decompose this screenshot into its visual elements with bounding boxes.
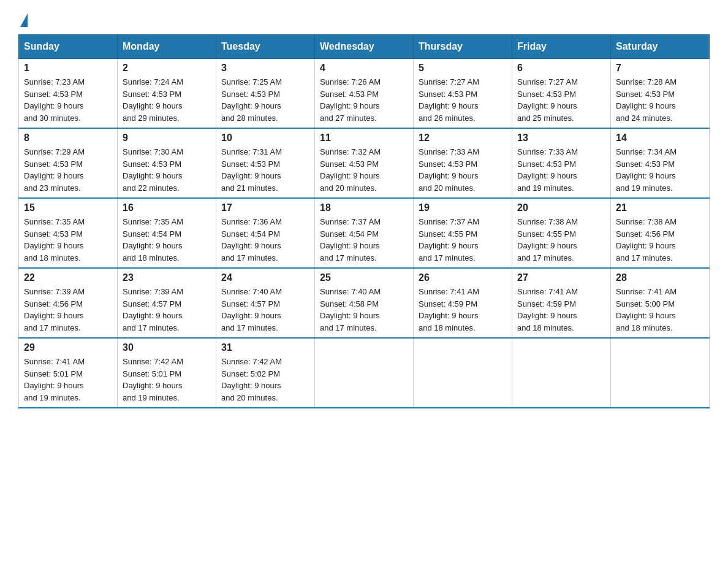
day-info: Sunrise: 7:31 AMSunset: 4:53 PMDaylight:… (221, 146, 309, 194)
day-number: 23 (123, 272, 211, 283)
day-info: Sunrise: 7:33 AMSunset: 4:53 PMDaylight:… (419, 146, 507, 194)
table-row: 4 Sunrise: 7:26 AMSunset: 4:53 PMDayligh… (315, 59, 414, 129)
day-number: 2 (123, 63, 211, 74)
day-number: 17 (221, 202, 309, 213)
table-row: 15 Sunrise: 7:35 AMSunset: 4:53 PMDaylig… (19, 198, 118, 268)
day-info: Sunrise: 7:37 AMSunset: 4:55 PMDaylight:… (419, 216, 507, 264)
day-info: Sunrise: 7:38 AMSunset: 4:55 PMDaylight:… (517, 216, 605, 264)
table-row: 24 Sunrise: 7:40 AMSunset: 4:57 PMDaylig… (216, 268, 315, 338)
header-saturday: Saturday (611, 35, 710, 59)
day-info: Sunrise: 7:25 AMSunset: 4:53 PMDaylight:… (221, 76, 309, 124)
table-row: 6 Sunrise: 7:27 AMSunset: 4:53 PMDayligh… (512, 59, 611, 129)
day-number: 14 (616, 132, 704, 144)
day-info: Sunrise: 7:27 AMSunset: 4:53 PMDaylight:… (517, 76, 605, 124)
day-info: Sunrise: 7:37 AMSunset: 4:54 PMDaylight:… (320, 216, 408, 264)
table-row: 10 Sunrise: 7:31 AMSunset: 4:53 PMDaylig… (216, 128, 315, 198)
logo (18, 12, 29, 25)
day-info: Sunrise: 7:32 AMSunset: 4:53 PMDaylight:… (320, 146, 408, 194)
day-info: Sunrise: 7:35 AMSunset: 4:53 PMDaylight:… (24, 216, 112, 264)
table-row: 25 Sunrise: 7:40 AMSunset: 4:58 PMDaylig… (315, 268, 414, 338)
day-info: Sunrise: 7:33 AMSunset: 4:53 PMDaylight:… (517, 146, 605, 194)
day-number: 4 (320, 63, 408, 74)
day-info: Sunrise: 7:34 AMSunset: 4:53 PMDaylight:… (616, 146, 704, 194)
day-number: 21 (616, 202, 704, 213)
day-number: 25 (320, 272, 408, 283)
table-row: 3 Sunrise: 7:25 AMSunset: 4:53 PMDayligh… (216, 59, 315, 129)
day-number: 12 (419, 132, 507, 144)
calendar-week-row: 29 Sunrise: 7:41 AMSunset: 5:01 PMDaylig… (19, 338, 710, 408)
day-info: Sunrise: 7:40 AMSunset: 4:58 PMDaylight:… (320, 286, 408, 334)
calendar-week-row: 1 Sunrise: 7:23 AMSunset: 4:53 PMDayligh… (19, 59, 710, 129)
table-row: 7 Sunrise: 7:28 AMSunset: 4:53 PMDayligh… (611, 59, 710, 129)
table-row: 30 Sunrise: 7:42 AMSunset: 5:01 PMDaylig… (118, 338, 216, 408)
weekday-header-row: Sunday Monday Tuesday Wednesday Thursday… (19, 35, 710, 59)
table-row: 8 Sunrise: 7:29 AMSunset: 4:53 PMDayligh… (19, 128, 118, 198)
table-row: 29 Sunrise: 7:41 AMSunset: 5:01 PMDaylig… (19, 338, 118, 408)
day-number: 1 (24, 63, 112, 74)
day-info: Sunrise: 7:42 AMSunset: 5:01 PMDaylight:… (123, 356, 211, 404)
header-sunday: Sunday (19, 35, 118, 59)
table-row: 13 Sunrise: 7:33 AMSunset: 4:53 PMDaylig… (512, 128, 611, 198)
table-row: 27 Sunrise: 7:41 AMSunset: 4:59 PMDaylig… (512, 268, 611, 338)
day-number: 10 (221, 132, 309, 144)
day-info: Sunrise: 7:23 AMSunset: 4:53 PMDaylight:… (24, 76, 112, 124)
table-row: 19 Sunrise: 7:37 AMSunset: 4:55 PMDaylig… (414, 198, 512, 268)
header-wednesday: Wednesday (315, 35, 414, 59)
day-info: Sunrise: 7:26 AMSunset: 4:53 PMDaylight:… (320, 76, 408, 124)
table-row: 18 Sunrise: 7:37 AMSunset: 4:54 PMDaylig… (315, 198, 414, 268)
calendar-week-row: 15 Sunrise: 7:35 AMSunset: 4:53 PMDaylig… (19, 198, 710, 268)
day-number: 8 (24, 132, 112, 144)
table-row: 23 Sunrise: 7:39 AMSunset: 4:57 PMDaylig… (118, 268, 216, 338)
day-number: 3 (221, 63, 309, 74)
table-row: 14 Sunrise: 7:34 AMSunset: 4:53 PMDaylig… (611, 128, 710, 198)
table-row: 12 Sunrise: 7:33 AMSunset: 4:53 PMDaylig… (414, 128, 512, 198)
day-number: 13 (517, 132, 605, 144)
day-info: Sunrise: 7:24 AMSunset: 4:53 PMDaylight:… (123, 76, 211, 124)
day-number: 20 (517, 202, 605, 213)
day-number: 29 (24, 342, 112, 353)
calendar-table: Sunday Monday Tuesday Wednesday Thursday… (18, 34, 710, 408)
table-row: 31 Sunrise: 7:42 AMSunset: 5:02 PMDaylig… (216, 338, 315, 408)
day-number: 30 (123, 342, 211, 353)
table-row: 2 Sunrise: 7:24 AMSunset: 4:53 PMDayligh… (118, 59, 216, 129)
day-info: Sunrise: 7:35 AMSunset: 4:54 PMDaylight:… (123, 216, 211, 264)
day-info: Sunrise: 7:27 AMSunset: 4:53 PMDaylight:… (419, 76, 507, 124)
day-number: 28 (616, 272, 704, 283)
day-info: Sunrise: 7:41 AMSunset: 4:59 PMDaylight:… (517, 286, 605, 334)
table-row (611, 338, 710, 408)
day-info: Sunrise: 7:28 AMSunset: 4:53 PMDaylight:… (616, 76, 704, 124)
day-number: 16 (123, 202, 211, 213)
day-number: 15 (24, 202, 112, 213)
day-number: 18 (320, 202, 408, 213)
day-info: Sunrise: 7:42 AMSunset: 5:02 PMDaylight:… (221, 356, 309, 404)
table-row (315, 338, 414, 408)
day-number: 7 (616, 63, 704, 74)
day-number: 31 (221, 342, 309, 353)
day-info: Sunrise: 7:29 AMSunset: 4:53 PMDaylight:… (24, 146, 112, 194)
header-friday: Friday (512, 35, 611, 59)
day-number: 22 (24, 272, 112, 283)
table-row: 1 Sunrise: 7:23 AMSunset: 4:53 PMDayligh… (19, 59, 118, 129)
day-number: 19 (419, 202, 507, 213)
header-tuesday: Tuesday (216, 35, 315, 59)
table-row: 26 Sunrise: 7:41 AMSunset: 4:59 PMDaylig… (414, 268, 512, 338)
table-row: 21 Sunrise: 7:38 AMSunset: 4:56 PMDaylig… (611, 198, 710, 268)
day-number: 9 (123, 132, 211, 144)
table-row: 22 Sunrise: 7:39 AMSunset: 4:56 PMDaylig… (19, 268, 118, 338)
day-info: Sunrise: 7:41 AMSunset: 4:59 PMDaylight:… (419, 286, 507, 334)
calendar-week-row: 8 Sunrise: 7:29 AMSunset: 4:53 PMDayligh… (19, 128, 710, 198)
day-number: 11 (320, 132, 408, 144)
day-info: Sunrise: 7:36 AMSunset: 4:54 PMDaylight:… (221, 216, 309, 264)
logo-triangle-icon (20, 13, 28, 27)
table-row (512, 338, 611, 408)
day-info: Sunrise: 7:30 AMSunset: 4:53 PMDaylight:… (123, 146, 211, 194)
table-row: 9 Sunrise: 7:30 AMSunset: 4:53 PMDayligh… (118, 128, 216, 198)
day-info: Sunrise: 7:41 AMSunset: 5:01 PMDaylight:… (24, 356, 112, 404)
header-monday: Monday (118, 35, 216, 59)
table-row: 11 Sunrise: 7:32 AMSunset: 4:53 PMDaylig… (315, 128, 414, 198)
table-row: 17 Sunrise: 7:36 AMSunset: 4:54 PMDaylig… (216, 198, 315, 268)
table-row (414, 338, 512, 408)
table-row: 28 Sunrise: 7:41 AMSunset: 5:00 PMDaylig… (611, 268, 710, 338)
day-info: Sunrise: 7:39 AMSunset: 4:56 PMDaylight:… (24, 286, 112, 334)
day-info: Sunrise: 7:39 AMSunset: 4:57 PMDaylight:… (123, 286, 211, 334)
